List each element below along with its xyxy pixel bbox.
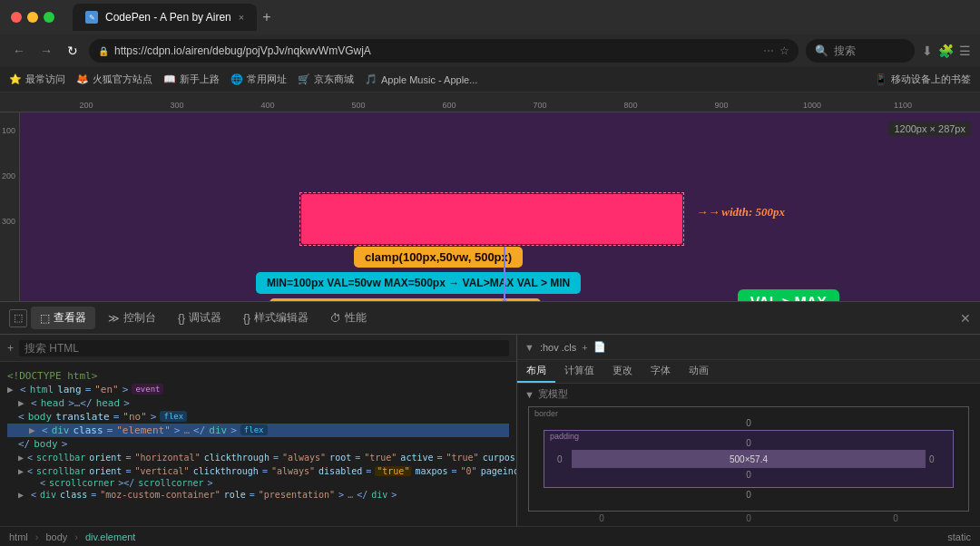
event-badge: event bbox=[132, 384, 163, 395]
music-icon: 🎵 bbox=[365, 73, 377, 85]
bookmark-icon[interactable]: ☆ bbox=[779, 44, 789, 57]
maximize-button[interactable] bbox=[44, 12, 54, 23]
add-node-button[interactable]: + bbox=[7, 342, 14, 355]
star-icon: ⭐ bbox=[9, 73, 22, 85]
url-separator: ⋯ bbox=[763, 44, 774, 57]
devtools-tab-perf[interactable]: ⏱ 性能 bbox=[321, 307, 376, 329]
extensions-icon[interactable]: 🧩 bbox=[938, 44, 954, 58]
html-line-body[interactable]: <body translate="no"> flex bbox=[7, 410, 509, 424]
search-bar[interactable]: 🔍 搜索 bbox=[806, 39, 915, 63]
html-line-head[interactable]: ▶ <head>…</head> bbox=[7, 396, 509, 410]
animations-tab[interactable]: 动画 bbox=[680, 360, 718, 383]
bookmark-label: 最常访问 bbox=[25, 73, 65, 86]
box-model-label: 宽模型 bbox=[538, 387, 568, 401]
downloads-icon[interactable]: ⬇ bbox=[922, 44, 933, 58]
bookmark-jd[interactable]: 🛒 京东商城 bbox=[298, 73, 354, 86]
browser-toolbar: ⬇ 🧩 ☰ bbox=[922, 44, 971, 58]
html-line-scrollbar-h: ▶ <scrollbar orient="horizontal" clickth… bbox=[7, 451, 509, 465]
new-tab-button[interactable]: + bbox=[262, 9, 270, 25]
fonts-tab[interactable]: 字体 bbox=[642, 360, 680, 383]
search-placeholder: 搜索 bbox=[834, 44, 856, 59]
expand-head[interactable]: ▶ bbox=[18, 397, 27, 409]
breadcrumb-sep-1: › bbox=[35, 531, 39, 542]
firefox-icon: 🦊 bbox=[76, 73, 89, 85]
padding-bottom-val: 0 bbox=[746, 470, 751, 480]
min-annotation: MIN=100px VAL=50vw MAX=500px → VAL>MAX V… bbox=[256, 272, 581, 294]
devtools-tab-inspector[interactable]: ⬚ 查看器 bbox=[31, 307, 95, 329]
devtools-tab-debugger[interactable]: {} 调试器 bbox=[169, 307, 230, 329]
html-line-doctype: <!DOCTYPE html> bbox=[7, 369, 509, 383]
width-label: width: 500px bbox=[721, 205, 785, 219]
right-panels: ▼ :hov .cls + 📄 布局 计算值 更改 字体 动画 bbox=[517, 335, 980, 526]
inspector-icon[interactable]: ⬚ bbox=[9, 309, 27, 327]
minimize-button[interactable] bbox=[27, 12, 38, 23]
bookmark-mobile[interactable]: 📱 移动设备上的书签 bbox=[875, 73, 971, 86]
html-content: <!DOCTYPE html> ▶ <html lang="en"> event… bbox=[0, 362, 516, 526]
tab-bar: ✎ CodePen - A Pen by Airen × + bbox=[73, 4, 969, 31]
margin-val-3: 0 bbox=[893, 513, 898, 523]
html-panel-toolbar: + bbox=[0, 335, 516, 362]
ruler-mark-1100: 1100 bbox=[894, 101, 912, 110]
ruler-mark-300: 300 bbox=[2, 217, 15, 226]
tab-close-button[interactable]: × bbox=[239, 12, 244, 23]
active-tab[interactable]: ✎ CodePen - A Pen by Airen × bbox=[73, 4, 257, 31]
bookmark-label: 移动设备上的书签 bbox=[891, 73, 971, 86]
computed-tab[interactable]: 计算值 bbox=[555, 360, 603, 383]
bookmark-common[interactable]: 🌐 常用网址 bbox=[230, 73, 287, 86]
styleeditor-icon: {} bbox=[243, 312, 250, 325]
expand-html[interactable]: ▶ bbox=[7, 384, 16, 395]
bookmark-most-visited[interactable]: ⭐ 最常访问 bbox=[9, 73, 65, 86]
doctype-text: <!DOCTYPE html> bbox=[7, 370, 97, 382]
expand-scrollbar-h[interactable]: ▶ bbox=[18, 452, 24, 464]
devtools-close-button[interactable]: ✕ bbox=[960, 311, 971, 326]
devtools-content: + <!DOCTYPE html> ▶ <html lang="en"> eve… bbox=[0, 335, 980, 526]
breadcrumb-html[interactable]: html bbox=[9, 531, 28, 542]
expand-scrollbar-v[interactable]: ▶ bbox=[18, 466, 24, 476]
refresh-button[interactable]: ↻ bbox=[64, 42, 82, 60]
html-line-scrollbar-v: ▶ <scrollbar orient="vertical" clickthro… bbox=[7, 465, 509, 477]
html-line-element[interactable]: ▶ <div class="element"> … </div> flex bbox=[7, 424, 509, 437]
breadcrumb-element[interactable]: div.element bbox=[85, 531, 135, 542]
breadcrumb-body[interactable]: body bbox=[45, 531, 67, 542]
menu-icon[interactable]: ☰ bbox=[959, 44, 971, 58]
bookmark-apple-music[interactable]: 🎵 Apple Music - Apple... bbox=[365, 73, 477, 85]
traffic-lights bbox=[11, 12, 54, 23]
layout-tab[interactable]: 布局 bbox=[517, 360, 555, 383]
ruler-mark-700: 700 bbox=[533, 101, 546, 110]
devtools-panel: ⬚ ⬚ 查看器 ≫ 控制台 {} 调试器 {} 样式编辑器 ⏱ 性能 ✕ bbox=[0, 301, 980, 546]
devtools-tab-console[interactable]: ≫ 控制台 bbox=[99, 307, 165, 329]
mobile-icon: 📱 bbox=[875, 73, 887, 85]
hover-cls-label[interactable]: :hov .cls bbox=[540, 342, 576, 353]
perf-label: 性能 bbox=[345, 310, 367, 326]
url-bar[interactable]: 🔒 https://cdpn.io/airen/debug/pojVpJv/nq… bbox=[89, 39, 799, 63]
padding-label: padding bbox=[550, 432, 579, 441]
html-search-input[interactable] bbox=[19, 340, 509, 356]
html-line-html[interactable]: ▶ <html lang="en"> event bbox=[7, 383, 509, 396]
ruler-mark-400: 400 bbox=[260, 101, 274, 110]
ruler-mark-100: 100 bbox=[2, 126, 15, 135]
globe-icon: 🌐 bbox=[230, 73, 243, 85]
ruler-mark-1000: 1000 bbox=[803, 101, 821, 110]
bookmark-beginners[interactable]: 📖 新手上路 bbox=[163, 73, 220, 86]
expand-moz[interactable]: ▶ bbox=[18, 490, 27, 500]
book-icon: 📖 bbox=[163, 73, 176, 85]
perf-icon: ⏱ bbox=[330, 312, 341, 325]
devtools-tab-styleeditor[interactable]: {} 样式编辑器 bbox=[234, 307, 318, 329]
close-button[interactable] bbox=[11, 12, 22, 23]
filter-icon[interactable]: ▼ bbox=[524, 342, 534, 353]
back-button[interactable]: ← bbox=[9, 42, 29, 60]
ruler-area: 200 300 400 500 600 700 800 900 1000 110… bbox=[0, 93, 980, 301]
flex-badge: flex bbox=[160, 411, 187, 422]
border-top-val: 0 bbox=[746, 418, 751, 428]
border-box: padding 0 0 500×57.4 bbox=[544, 430, 954, 488]
vertical-arrow: ▼ bbox=[504, 247, 505, 299]
canvas-size-label: 1200px × 287px bbox=[888, 122, 971, 136]
forward-button[interactable]: → bbox=[36, 42, 56, 60]
bookmark-firefox[interactable]: 🦊 火狐官方站点 bbox=[76, 73, 152, 86]
add-style-button[interactable]: + bbox=[582, 342, 587, 353]
margin-val-2: 0 bbox=[746, 513, 751, 523]
html-line-moz-container: ▶ <div class="moz-custom-container" role… bbox=[7, 489, 509, 501]
canvas-area: 1200px × 287px →→ width: 500px clamp(100… bbox=[20, 112, 980, 301]
changes-tab[interactable]: 更改 bbox=[603, 360, 642, 383]
expand-element[interactable]: ▶ bbox=[29, 424, 38, 436]
